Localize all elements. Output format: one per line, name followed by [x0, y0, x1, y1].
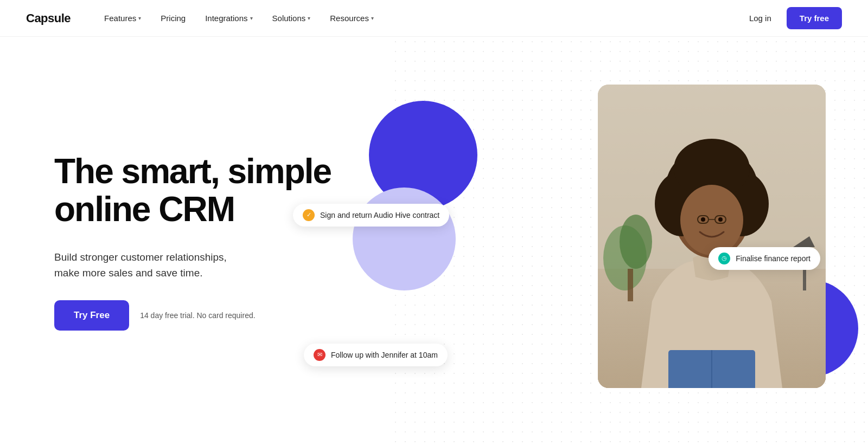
nav-right: Log in Try free [743, 7, 842, 29]
hero-left: The smart, simple online CRM Build stron… [54, 152, 336, 331]
svg-point-3 [620, 215, 652, 269]
chevron-down-icon: ▾ [308, 15, 310, 21]
svg-rect-4 [628, 269, 633, 301]
chevron-down-icon: ▾ [138, 15, 141, 21]
hero-try-free-button[interactable]: Try Free [54, 300, 129, 331]
clock-icon: ◷ [718, 253, 730, 264]
navbar: Capsule Features ▾ Pricing Integrations … [0, 0, 868, 37]
logo[interactable]: Capsule [26, 11, 71, 25]
nav-pricing[interactable]: Pricing [153, 9, 193, 27]
hero-cta-row: Try Free 14 day free trial. No card requ… [54, 300, 336, 331]
task-badge-2: ◷ Finalise finance report [709, 247, 820, 270]
hero-photo-card [598, 85, 826, 388]
hero-subtitle: Build stronger customer relationships, m… [54, 250, 336, 281]
nav-integrations[interactable]: Integrations ▾ [197, 9, 260, 27]
nav-features[interactable]: Features ▾ [97, 9, 149, 27]
login-link[interactable]: Log in [743, 9, 778, 27]
svg-point-16 [718, 217, 723, 222]
person-illustration [598, 85, 826, 388]
trial-note: 14 day free trial. No card required. [140, 311, 255, 320]
check-icon: ✓ [303, 209, 315, 221]
email-icon: ✉ [314, 349, 326, 361]
svg-point-11 [680, 185, 743, 255]
hero-right: ✓ Sign and return Audio Hive contract ◷ … [336, 74, 842, 410]
chevron-down-icon: ▾ [250, 15, 253, 21]
nav-resources[interactable]: Resources ▾ [322, 9, 381, 27]
task-badge-1: ✓ Sign and return Audio Hive contract [293, 204, 449, 227]
svg-point-15 [701, 217, 705, 222]
chevron-down-icon: ▾ [371, 15, 374, 21]
circle-lavender [353, 188, 456, 290]
hero-section: The smart, simple online CRM Build stron… [0, 37, 868, 446]
nav-links: Features ▾ Pricing Integrations ▾ Soluti… [97, 9, 743, 27]
nav-solutions[interactable]: Solutions ▾ [265, 9, 318, 27]
nav-try-free-button[interactable]: Try free [787, 7, 842, 29]
task-badge-3: ✉ Follow up with Jennifer at 10am [304, 344, 448, 366]
